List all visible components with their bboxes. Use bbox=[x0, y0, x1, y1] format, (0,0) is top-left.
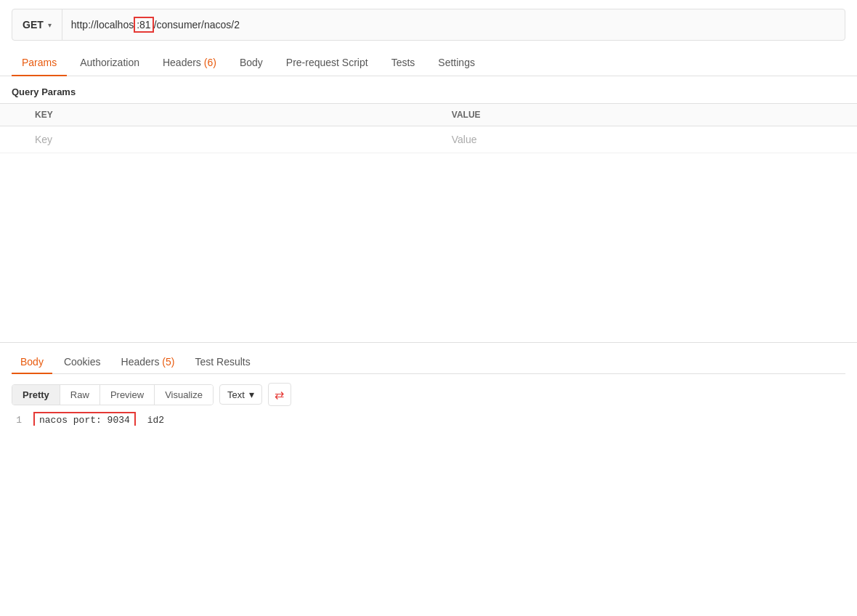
resp-tab-test-results[interactable]: Test Results bbox=[186, 350, 259, 373]
tab-params[interactable]: Params bbox=[12, 49, 67, 76]
checkbox-col-header bbox=[0, 104, 23, 126]
preview-button[interactable]: Preview bbox=[100, 385, 155, 405]
empty-area bbox=[0, 153, 857, 342]
format-btn-group: Pretty Raw Preview Visualize bbox=[12, 384, 214, 405]
chevron-down-icon: ▾ bbox=[249, 389, 254, 400]
value-col-header: VALUE bbox=[440, 104, 857, 126]
response-content: 1 nacos port: 9034 id2 bbox=[12, 415, 845, 426]
value-input[interactable]: Value bbox=[440, 126, 857, 153]
tab-tests[interactable]: Tests bbox=[381, 49, 426, 76]
method-selector[interactable]: GET ▾ bbox=[12, 9, 62, 40]
resp-headers-badge: (5) bbox=[162, 356, 174, 368]
table-row: Key Value bbox=[0, 126, 857, 153]
response-section: Body Cookies Headers (5) Test Results Pr… bbox=[0, 343, 857, 426]
text-type-selector[interactable]: Text ▾ bbox=[219, 384, 262, 405]
headers-badge: (6) bbox=[204, 57, 216, 68]
tab-settings[interactable]: Settings bbox=[428, 49, 485, 76]
url-input[interactable]: http://localhos:81/consumer/nacos/2 bbox=[62, 17, 845, 33]
resp-tab-cookies[interactable]: Cookies bbox=[55, 350, 110, 373]
chevron-down-icon: ▾ bbox=[48, 21, 52, 29]
url-before: http://localhos bbox=[71, 19, 134, 31]
params-table: KEY VALUE Key Value bbox=[0, 103, 857, 153]
text-type-label: Text bbox=[227, 389, 245, 400]
wrap-button[interactable]: ⇄ bbox=[268, 383, 291, 406]
response-body-text: nacos port: 9034 id2 bbox=[33, 415, 845, 426]
resp-tab-headers[interactable]: Headers (5) bbox=[113, 350, 184, 373]
method-label: GET bbox=[23, 19, 44, 31]
tab-headers[interactable]: Headers (6) bbox=[153, 49, 227, 76]
visualize-button[interactable]: Visualize bbox=[155, 385, 213, 405]
response-tabs: Body Cookies Headers (5) Test Results bbox=[12, 343, 845, 374]
query-params-label: Query Params bbox=[0, 76, 857, 103]
pretty-button[interactable]: Pretty bbox=[12, 385, 60, 405]
response-id-text: id2 bbox=[147, 415, 164, 426]
resp-tab-body[interactable]: Body bbox=[12, 350, 52, 373]
row-checkbox[interactable] bbox=[0, 126, 23, 153]
url-bar: GET ▾ http://localhos:81/consumer/nacos/… bbox=[12, 9, 845, 41]
highlighted-response: nacos port: 9034 bbox=[33, 412, 136, 426]
key-col-header: KEY bbox=[23, 104, 440, 126]
line-numbers: 1 bbox=[12, 415, 33, 426]
url-after: /consumer/nacos/2 bbox=[154, 19, 240, 31]
request-tabs: Params Authorization Headers (6) Body Pr… bbox=[0, 49, 857, 76]
tab-pre-request-script[interactable]: Pre-request Script bbox=[276, 49, 378, 76]
tab-authorization[interactable]: Authorization bbox=[70, 49, 150, 76]
wrap-icon: ⇄ bbox=[275, 388, 284, 402]
key-input[interactable]: Key bbox=[23, 126, 440, 153]
url-highlighted-port: :81 bbox=[134, 17, 153, 33]
tab-body[interactable]: Body bbox=[230, 49, 273, 76]
format-bar: Pretty Raw Preview Visualize Text ▾ ⇄ bbox=[12, 383, 845, 406]
raw-button[interactable]: Raw bbox=[60, 385, 100, 405]
